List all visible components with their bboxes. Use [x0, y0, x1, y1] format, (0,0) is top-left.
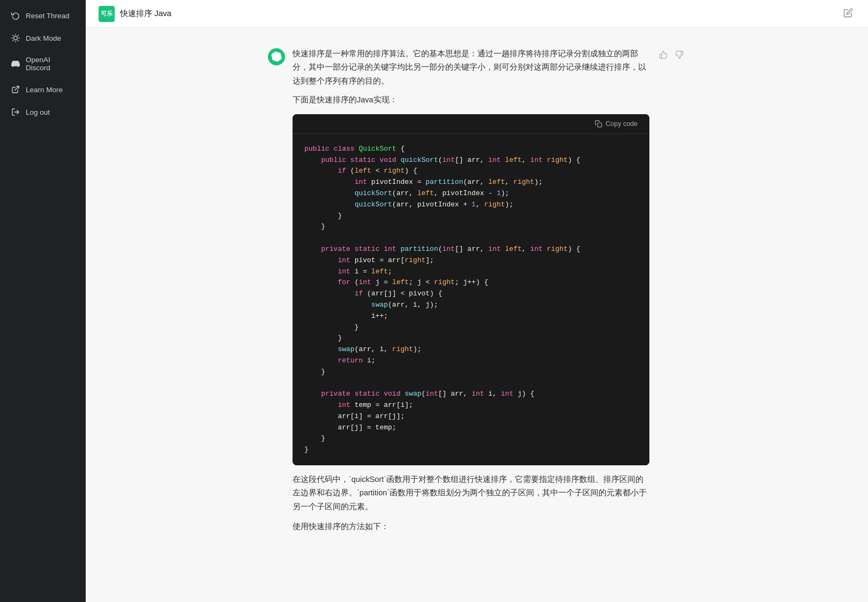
svg-point-0 [14, 36, 18, 40]
thumbs-down-button[interactable] [673, 49, 686, 62]
conversation: 快速排序是一种常用的排序算法。它的基本思想是：通过一趟排序将待排序记录分割成独立… [86, 28, 868, 602]
message-content: 快速排序是一种常用的排序算法。它的基本思想是：通过一趟排序将待排序记录分割成独立… [293, 47, 649, 534]
sidebar-item-dark-mode[interactable]: Dark Mode [3, 28, 83, 48]
sidebar-item-label: Learn More [26, 86, 63, 94]
svg-line-4 [18, 40, 18, 41]
sidebar-item-label: Dark Mode [26, 34, 61, 42]
logout-icon [11, 107, 20, 117]
copy-code-button[interactable]: Copy code [590, 118, 642, 129]
chatgpt-avatar [268, 48, 285, 65]
sidebar: Reset Thread Dark Mode OpenAI Discord [0, 0, 86, 602]
sidebar-item-log-out[interactable]: Log out [3, 102, 83, 122]
sidebar-item-label: OpenAI Discord [26, 56, 75, 72]
learn-more-icon [11, 85, 20, 94]
usage-label: 使用快速排序的方法如下： [293, 520, 649, 533]
message-wrapper: 快速排序是一种常用的排序算法。它的基本思想是：通过一趟排序将待排序记录分割成独立… [236, 41, 718, 540]
sidebar-item-openai-discord[interactable]: OpenAI Discord [3, 50, 83, 77]
code-description: 在这段代码中，`quickSort`函数用于对整个数组进行快速排序，它需要指定待… [293, 473, 649, 514]
svg-line-8 [18, 35, 18, 36]
code-block-header: Copy code [293, 114, 649, 134]
header: 可乐 快速排序 Java [86, 0, 868, 28]
code-content: public class QuickSort { public static v… [293, 134, 649, 465]
svg-line-3 [13, 35, 13, 36]
header-title-group: 可乐 快速排序 Java [99, 6, 171, 22]
code-block: Copy code public class QuickSort { publi… [293, 114, 649, 465]
svg-line-7 [13, 40, 13, 41]
sidebar-item-label: Log out [26, 108, 50, 116]
section-label: 下面是快速排序的Java实现： [293, 93, 649, 107]
page-title: 快速排序 Java [120, 9, 171, 19]
edit-icon[interactable] [841, 6, 855, 22]
sidebar-item-learn-more[interactable]: Learn More [3, 79, 83, 100]
thumbs-up-button[interactable] [657, 49, 670, 62]
intro-text: 快速排序是一种常用的排序算法。它的基本思想是：通过一趟排序将待排序记录分割成独立… [293, 47, 649, 88]
reset-icon [11, 11, 20, 20]
avatar: 可乐 [99, 6, 115, 22]
dark-mode-icon [11, 33, 20, 43]
discord-icon [11, 59, 20, 69]
svg-line-9 [15, 86, 19, 90]
copy-label: Copy code [605, 120, 638, 128]
message-actions [657, 49, 686, 534]
svg-rect-11 [597, 123, 602, 127]
sidebar-item-label: Reset Thread [26, 12, 70, 20]
main-area: 可乐 快速排序 Java 快速排序是一种常用的排序算法。它的基本思想是：通过一趟… [86, 0, 868, 602]
sidebar-item-reset-thread[interactable]: Reset Thread [3, 5, 83, 26]
